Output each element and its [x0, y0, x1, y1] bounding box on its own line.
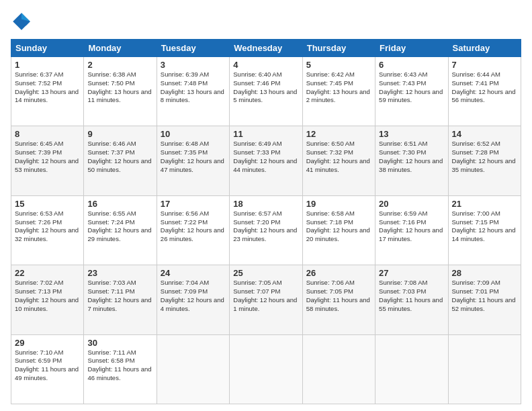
calendar-cell: 28 Sunrise: 7:09 AMSunset: 7:01 PMDaylig…: [448, 265, 521, 334]
calendar-cell: [448, 334, 521, 404]
day-number: 14: [452, 129, 517, 139]
calendar-cell: 22 Sunrise: 7:02 AMSunset: 7:13 PMDaylig…: [11, 265, 84, 334]
calendar-cell: 11 Sunrise: 6:49 AMSunset: 7:33 PMDaylig…: [230, 126, 302, 195]
calendar-cell: 19 Sunrise: 6:58 AMSunset: 7:18 PMDaylig…: [302, 195, 375, 265]
calendar-cell: 10 Sunrise: 6:48 AMSunset: 7:35 PMDaylig…: [157, 126, 229, 195]
calendar-cell: 3 Sunrise: 6:39 AMSunset: 7:48 PMDayligh…: [157, 57, 229, 126]
cell-info: Sunrise: 6:50 AMSunset: 7:32 PMDaylight:…: [306, 140, 371, 174]
calendar-cell: 13 Sunrise: 6:51 AMSunset: 7:30 PMDaylig…: [375, 126, 448, 195]
calendar-week-2: 8 Sunrise: 6:45 AMSunset: 7:39 PMDayligh…: [11, 126, 521, 195]
cell-info: Sunrise: 6:49 AMSunset: 7:33 PMDaylight:…: [233, 140, 298, 174]
calendar: SundayMondayTuesdayWednesdayThursdayFrid…: [11, 39, 521, 404]
header: [11, 11, 521, 32]
cell-info: Sunrise: 6:42 AMSunset: 7:45 PMDaylight:…: [306, 71, 371, 105]
day-number: 28: [452, 268, 517, 278]
calendar-cell: 15 Sunrise: 6:53 AMSunset: 7:26 PMDaylig…: [11, 195, 84, 265]
calendar-cell: 24 Sunrise: 7:04 AMSunset: 7:09 PMDaylig…: [157, 265, 229, 334]
day-number: 4: [233, 60, 298, 70]
day-number: 11: [233, 129, 298, 139]
cell-info: Sunrise: 6:51 AMSunset: 7:30 PMDaylight:…: [379, 140, 444, 174]
logo: [11, 11, 35, 32]
cell-info: Sunrise: 6:59 AMSunset: 7:16 PMDaylight:…: [379, 210, 444, 244]
col-header-tuesday: Tuesday: [157, 40, 229, 57]
cell-info: Sunrise: 6:43 AMSunset: 7:43 PMDaylight:…: [379, 71, 444, 105]
day-number: 29: [15, 338, 80, 348]
day-number: 13: [379, 129, 444, 139]
day-number: 22: [15, 268, 80, 278]
day-number: 19: [306, 199, 371, 209]
day-number: 16: [87, 199, 152, 209]
day-number: 24: [161, 268, 226, 278]
calendar-cell: 16 Sunrise: 6:55 AMSunset: 7:24 PMDaylig…: [84, 195, 157, 265]
cell-info: Sunrise: 7:10 AMSunset: 6:59 PMDaylight:…: [15, 349, 80, 383]
day-number: 30: [87, 338, 152, 348]
page: SundayMondayTuesdayWednesdayThursdayFrid…: [0, 0, 532, 411]
cell-info: Sunrise: 6:39 AMSunset: 7:48 PMDaylight:…: [161, 71, 226, 105]
day-number: 21: [452, 199, 517, 209]
cell-info: Sunrise: 6:46 AMSunset: 7:37 PMDaylight:…: [87, 140, 152, 174]
cell-info: Sunrise: 7:02 AMSunset: 7:13 PMDaylight:…: [15, 279, 80, 313]
calendar-cell: 12 Sunrise: 6:50 AMSunset: 7:32 PMDaylig…: [302, 126, 375, 195]
cell-info: Sunrise: 6:57 AMSunset: 7:20 PMDaylight:…: [233, 210, 298, 244]
cell-info: Sunrise: 6:44 AMSunset: 7:41 PMDaylight:…: [452, 71, 517, 105]
calendar-cell: 25 Sunrise: 7:05 AMSunset: 7:07 PMDaylig…: [230, 265, 302, 334]
cell-info: Sunrise: 6:38 AMSunset: 7:50 PMDaylight:…: [87, 71, 152, 105]
day-number: 23: [87, 268, 152, 278]
cell-info: Sunrise: 7:11 AMSunset: 6:58 PMDaylight:…: [87, 349, 152, 383]
day-number: 6: [379, 60, 444, 70]
day-number: 7: [452, 60, 517, 70]
calendar-cell: 21 Sunrise: 7:00 AMSunset: 7:15 PMDaylig…: [448, 195, 521, 265]
day-number: 5: [306, 60, 371, 70]
day-number: 25: [233, 268, 298, 278]
cell-info: Sunrise: 6:45 AMSunset: 7:39 PMDaylight:…: [15, 140, 80, 174]
calendar-week-5: 29 Sunrise: 7:10 AMSunset: 6:59 PMDaylig…: [11, 334, 521, 404]
cell-info: Sunrise: 6:55 AMSunset: 7:24 PMDaylight:…: [87, 210, 152, 244]
col-header-monday: Monday: [84, 40, 157, 57]
calendar-cell: [157, 334, 229, 404]
day-number: 18: [233, 199, 298, 209]
calendar-cell: 17 Sunrise: 6:56 AMSunset: 7:22 PMDaylig…: [157, 195, 229, 265]
calendar-cell: 5 Sunrise: 6:42 AMSunset: 7:45 PMDayligh…: [302, 57, 375, 126]
cell-info: Sunrise: 6:58 AMSunset: 7:18 PMDaylight:…: [306, 210, 371, 244]
cell-info: Sunrise: 7:08 AMSunset: 7:03 PMDaylight:…: [379, 279, 444, 313]
day-number: 10: [161, 129, 226, 139]
calendar-cell: 23 Sunrise: 7:03 AMSunset: 7:11 PMDaylig…: [84, 265, 157, 334]
calendar-cell: 20 Sunrise: 6:59 AMSunset: 7:16 PMDaylig…: [375, 195, 448, 265]
day-number: 27: [379, 268, 444, 278]
day-number: 2: [87, 60, 152, 70]
day-number: 12: [306, 129, 371, 139]
calendar-cell: 9 Sunrise: 6:46 AMSunset: 7:37 PMDayligh…: [84, 126, 157, 195]
calendar-cell: 2 Sunrise: 6:38 AMSunset: 7:50 PMDayligh…: [84, 57, 157, 126]
calendar-cell: 7 Sunrise: 6:44 AMSunset: 7:41 PMDayligh…: [448, 57, 521, 126]
day-number: 1: [15, 60, 80, 70]
col-header-friday: Friday: [375, 40, 448, 57]
day-number: 26: [306, 268, 371, 278]
cell-info: Sunrise: 7:09 AMSunset: 7:01 PMDaylight:…: [452, 279, 517, 313]
day-number: 3: [161, 60, 226, 70]
day-number: 15: [15, 199, 80, 209]
calendar-header-row: SundayMondayTuesdayWednesdayThursdayFrid…: [11, 40, 521, 57]
col-header-sunday: Sunday: [11, 40, 84, 57]
calendar-week-4: 22 Sunrise: 7:02 AMSunset: 7:13 PMDaylig…: [11, 265, 521, 334]
cell-info: Sunrise: 7:05 AMSunset: 7:07 PMDaylight:…: [233, 279, 298, 313]
cell-info: Sunrise: 6:52 AMSunset: 7:28 PMDaylight:…: [452, 140, 517, 174]
calendar-cell: 8 Sunrise: 6:45 AMSunset: 7:39 PMDayligh…: [11, 126, 84, 195]
calendar-cell: 30 Sunrise: 7:11 AMSunset: 6:58 PMDaylig…: [84, 334, 157, 404]
cell-info: Sunrise: 6:40 AMSunset: 7:46 PMDaylight:…: [233, 71, 298, 105]
calendar-cell: 14 Sunrise: 6:52 AMSunset: 7:28 PMDaylig…: [448, 126, 521, 195]
calendar-cell: [302, 334, 375, 404]
calendar-week-1: 1 Sunrise: 6:37 AMSunset: 7:52 PMDayligh…: [11, 57, 521, 126]
calendar-cell: 27 Sunrise: 7:08 AMSunset: 7:03 PMDaylig…: [375, 265, 448, 334]
calendar-week-3: 15 Sunrise: 6:53 AMSunset: 7:26 PMDaylig…: [11, 195, 521, 265]
cell-info: Sunrise: 7:00 AMSunset: 7:15 PMDaylight:…: [452, 210, 517, 244]
logo-icon: [11, 11, 32, 32]
calendar-cell: [375, 334, 448, 404]
cell-info: Sunrise: 7:03 AMSunset: 7:11 PMDaylight:…: [87, 279, 152, 313]
day-number: 20: [379, 199, 444, 209]
calendar-cell: 1 Sunrise: 6:37 AMSunset: 7:52 PMDayligh…: [11, 57, 84, 126]
cell-info: Sunrise: 7:04 AMSunset: 7:09 PMDaylight:…: [161, 279, 226, 313]
calendar-cell: [230, 334, 302, 404]
calendar-cell: 26 Sunrise: 7:06 AMSunset: 7:05 PMDaylig…: [302, 265, 375, 334]
calendar-cell: 6 Sunrise: 6:43 AMSunset: 7:43 PMDayligh…: [375, 57, 448, 126]
col-header-saturday: Saturday: [448, 40, 521, 57]
